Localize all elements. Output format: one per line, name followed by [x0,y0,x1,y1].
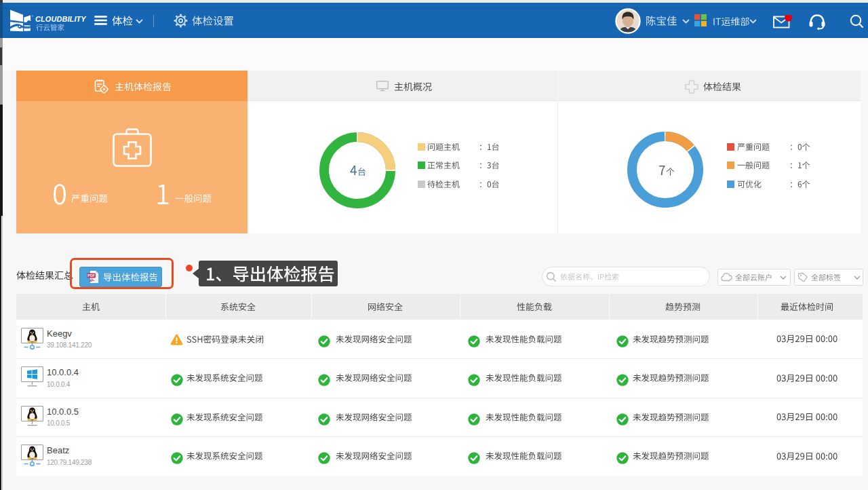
svg-text:PDF: PDF [87,274,95,278]
